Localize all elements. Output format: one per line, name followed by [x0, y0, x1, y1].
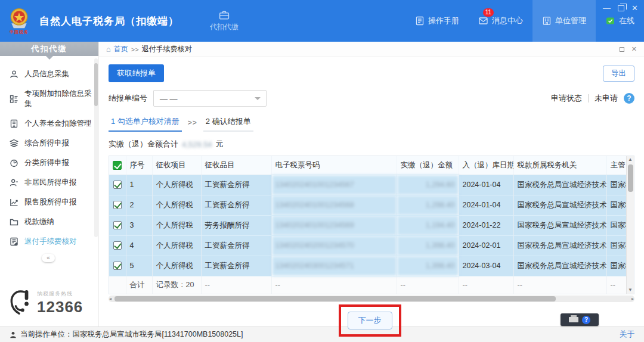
refund-table: 序号 征收项目 征收品目 电子税票号码 实缴（退）金额 入（退）库日期 税款所属… [109, 156, 627, 294]
sidebar-item-label: 分类所得申报 [24, 158, 69, 168]
table-row: 3个人所得税劳务报酬所得13402024010012345691,194.402… [109, 215, 627, 235]
printer-icon[interactable] [569, 317, 578, 322]
sidebar-item-label: 人员信息采集 [24, 69, 69, 79]
document-check-icon [10, 237, 18, 246]
step-2-tab[interactable]: 2 确认结报单 [203, 116, 253, 132]
hotline-caption: 纳税服务热线 [37, 290, 83, 298]
cell-org: 国家税务总局宣城经济技术... [513, 195, 606, 215]
help-icon[interactable]: ? [624, 93, 634, 104]
table-row: 5个人所得税工资薪金所得13402024030012345711,398.402… [109, 256, 627, 276]
question-help-icon[interactable]: ? [582, 316, 590, 324]
step-1-tab[interactable]: 1 勾选单户核对清册 [109, 116, 182, 132]
cell-mgr: 国家税... [606, 215, 627, 235]
cell-date: 2024-01-04 [459, 175, 513, 195]
row-checkbox[interactable] [113, 201, 122, 209]
row-checkbox[interactable] [113, 181, 122, 189]
summary-row: 实缴（退）金额合计 4,529.54 元 [109, 139, 634, 150]
export-button[interactable]: 导出 [603, 66, 634, 82]
total-dash: -- [606, 276, 627, 294]
nav-unit-management[interactable]: 单位管理 [532, 0, 596, 42]
sidebar-item-refund-fee-check[interactable]: 退付手续费核对 [0, 232, 98, 251]
logo-caption: 中国税务 [10, 29, 29, 35]
envelope-icon [478, 16, 488, 26]
apply-status-value: 未申请 [595, 93, 618, 104]
report-number-value: — — [160, 94, 178, 103]
hotline-headset-icon [7, 288, 33, 318]
sidebar-item-comprehensive-income[interactable]: 综合所得申报 [0, 133, 98, 153]
row-checkbox[interactable] [113, 262, 122, 270]
apply-status-group: 申请状态 未申请 ? [551, 93, 634, 104]
pie-chart-icon [10, 158, 18, 167]
col-header-date: 入（退）库日期 [459, 156, 513, 175]
vertical-scrollbar[interactable]: ▲ ▼ [626, 156, 634, 294]
restore-button[interactable] [618, 5, 624, 11]
sidebar-item-restricted-shares[interactable]: 限售股所得申报 [0, 192, 98, 212]
tab-daikou-daijiao[interactable]: 代扣代缴 [210, 10, 239, 32]
report-number-label: 结报单编号 [109, 93, 147, 104]
sidebar-menu: 人员信息采集 专项附加扣除信息采集 个人养老金扣除管理 综合所得申报 分类所得申… [0, 64, 98, 251]
grid-list-icon [10, 95, 18, 104]
cell-no: 4 [126, 235, 152, 256]
sidebar-item-special-deduction[interactable]: 专项附加扣除信息采集 [0, 84, 98, 114]
cell-no: 1 [126, 175, 152, 195]
scroll-right-icon[interactable]: ▸ [631, 296, 634, 301]
cell-sub: 劳务报酬所得 [201, 215, 271, 235]
sidebar-item-personnel-info[interactable]: 人员信息采集 [0, 64, 98, 84]
window-controls: — ✕ [603, 4, 638, 13]
sidebar-scrollbar-thumb[interactable] [94, 63, 98, 106]
select-all-checkbox[interactable] [113, 161, 122, 170]
sidebar-scrollbar[interactable] [94, 58, 98, 237]
filter-row: 结报单编号 — — 申请状态 未申请 ? [109, 90, 634, 107]
close-button[interactable]: ✕ [631, 4, 638, 13]
nav-message-center[interactable]: 11 消息中心 [469, 0, 532, 42]
cell-amount: 1,194.40 [397, 215, 459, 235]
cell-no: 2 [126, 195, 152, 215]
app-body: 代扣代缴 人员信息采集 专项附加扣除信息采集 个人养老金扣除管理 综合所得申报 [0, 42, 644, 327]
horizontal-scrollbar[interactable]: ◂ ▸ [109, 296, 634, 302]
cell-ticket: 1340202401001234569 [271, 215, 397, 235]
nav-online-label: 在线 [619, 15, 634, 26]
sidebar-header: 代扣代缴 [0, 42, 98, 56]
sidebar-item-classified-income[interactable]: 分类所得申报 [0, 153, 98, 173]
sidebar-item-tax-payment[interactable]: 税款缴纳 [0, 212, 98, 232]
col-header-ticket: 电子税票号码 [271, 156, 397, 175]
sidebar-item-pension-deduction[interactable]: 个人养老金扣除管理 [0, 114, 98, 133]
nav-manual[interactable]: 操作手册 [405, 0, 469, 42]
row-checkbox[interactable] [113, 241, 122, 250]
vertical-scrollbar-thumb[interactable] [628, 164, 633, 192]
data-table-wrap: 序号 征收项目 征收品目 电子税票号码 实缴（退）金额 入（退）库日期 税款所属… [109, 156, 634, 294]
scroll-down-icon[interactable]: ▼ [628, 287, 633, 294]
col-header-sub: 征收品目 [201, 156, 271, 175]
breadcrumb-home[interactable]: 首页 [114, 44, 128, 54]
scroll-up-icon[interactable]: ▲ [628, 156, 633, 163]
fetch-report-button[interactable]: 获取结报单 [109, 64, 164, 82]
cell-ticket: 1340202402001234570 [271, 235, 397, 256]
steps-separator: >> [188, 119, 197, 132]
cell-mgr: 国家税... [606, 195, 627, 215]
panel-controls: ✕ [620, 45, 637, 53]
row-checkbox[interactable] [113, 221, 122, 229]
online-check-icon [605, 16, 615, 26]
manual-icon [415, 16, 425, 26]
sidebar-item-nonresident-income[interactable]: 非居民所得申报 [0, 173, 98, 192]
report-number-select[interactable]: — — [153, 90, 267, 107]
minimize-button[interactable]: — [603, 4, 611, 13]
sidebar-item-label: 个人养老金扣除管理 [24, 119, 92, 129]
cell-no: 5 [126, 256, 152, 276]
cell-org: 国家税务总局宣城经济技术... [513, 256, 606, 276]
col-header-amount: 实缴（退）金额 [397, 156, 459, 175]
sidebar-item-label: 税款缴纳 [24, 217, 54, 227]
sidebar-item-label: 非居民所得申报 [24, 178, 77, 188]
cell-org: 国家税务总局宣城经济技术... [513, 215, 606, 235]
panel-close-icon[interactable]: ✕ [631, 45, 637, 53]
cell-amount: 1,294.60 [397, 175, 459, 195]
cell-ticket: 1340202401001234567 [271, 175, 397, 195]
next-step-button[interactable]: 下一步 [348, 312, 392, 329]
sidebar-collapse-button[interactable]: « [42, 254, 55, 262]
breadcrumb: ⌂ 首页 >> 退付手续费核对 ✕ [99, 42, 644, 57]
emblem-icon [7, 7, 31, 30]
horizontal-scrollbar-thumb[interactable] [114, 296, 556, 301]
panel-restore-icon[interactable] [620, 47, 624, 52]
footer-actions: 下一步 [109, 304, 634, 338]
scroll-left-icon[interactable]: ◂ [109, 296, 112, 301]
